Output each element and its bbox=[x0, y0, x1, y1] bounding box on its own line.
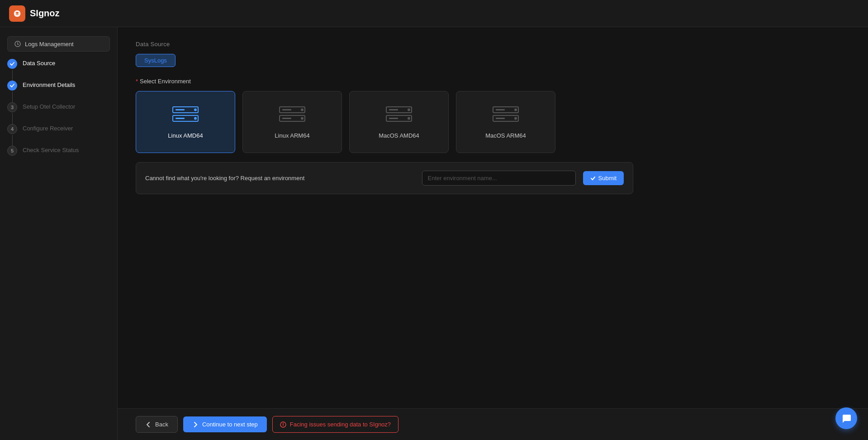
step-connector-1 bbox=[7, 59, 17, 81]
env-card-linux-arm64[interactable]: Linux ARM64 bbox=[242, 91, 342, 153]
step-label-1: Data Source bbox=[23, 59, 55, 67]
svg-point-13 bbox=[301, 117, 304, 120]
linux-amd64-icon bbox=[172, 105, 199, 125]
svg-point-25 bbox=[514, 117, 517, 120]
svg-point-16 bbox=[408, 109, 410, 111]
step-label-2: Environment Details bbox=[23, 81, 75, 88]
step-label-5: Check Service Status bbox=[23, 146, 79, 153]
step-line-2 bbox=[12, 91, 13, 102]
step-label-3: Setup Otel Collector bbox=[23, 102, 75, 110]
svg-point-19 bbox=[408, 117, 410, 120]
back-label: Back bbox=[155, 421, 168, 428]
content-area: Data Source SysLogs * Select Environment bbox=[118, 27, 868, 408]
continue-label: Continue to next step bbox=[202, 421, 258, 428]
env-card-linux-amd64[interactable]: Linux AMD64 bbox=[136, 91, 235, 153]
bottom-bar: Back Continue to next step Facing issues… bbox=[118, 408, 868, 440]
env-card-macos-arm64-label: MacOS ARM64 bbox=[485, 132, 526, 139]
svg-rect-9 bbox=[282, 109, 291, 110]
svg-rect-6 bbox=[175, 118, 185, 119]
step-connector-5: 5 bbox=[7, 146, 17, 156]
svg-rect-15 bbox=[389, 109, 398, 110]
logs-management-button[interactable]: Logs Management bbox=[7, 36, 110, 52]
svg-point-7 bbox=[194, 117, 197, 120]
svg-point-10 bbox=[301, 109, 304, 111]
tab-bar: SysLogs bbox=[136, 54, 850, 67]
svg-point-28 bbox=[283, 426, 284, 426]
svg-rect-3 bbox=[175, 109, 185, 110]
step-item-data-source[interactable]: Data Source bbox=[7, 59, 110, 81]
step-circle-3: 3 bbox=[7, 102, 17, 112]
select-env-label-text: Select Environment bbox=[140, 78, 191, 85]
step-item-check-service[interactable]: 5 Check Service Status bbox=[7, 146, 110, 156]
select-env-section: * Select Environment bbox=[136, 78, 850, 85]
header: SIgnoz bbox=[0, 0, 868, 27]
section-title: Data Source bbox=[136, 41, 850, 48]
env-card-macos-arm64[interactable]: MacOS ARM64 bbox=[456, 91, 555, 153]
request-env-box: Cannot find what you're looking for? Req… bbox=[136, 162, 633, 194]
logo-icon bbox=[9, 5, 25, 22]
step-circle-1 bbox=[7, 59, 17, 69]
submit-button[interactable]: Submit bbox=[583, 171, 624, 185]
submit-label: Submit bbox=[598, 175, 617, 182]
step-item-environment-details[interactable]: Environment Details bbox=[7, 81, 110, 102]
env-card-macos-amd64[interactable]: MacOS AMD64 bbox=[349, 91, 449, 153]
step-item-setup-otel[interactable]: 3 Setup Otel Collector bbox=[7, 102, 110, 124]
tab-syslogs-label: SysLogs bbox=[144, 57, 167, 64]
step-connector-3: 3 bbox=[7, 102, 17, 124]
env-card-linux-amd64-label: Linux AMD64 bbox=[168, 132, 203, 139]
required-star: * bbox=[136, 78, 138, 85]
env-card-linux-arm64-label: Linux ARM64 bbox=[275, 132, 309, 139]
step-line-1 bbox=[12, 70, 13, 81]
svg-point-4 bbox=[194, 109, 197, 111]
back-button[interactable]: Back bbox=[136, 416, 178, 433]
svg-rect-24 bbox=[496, 118, 505, 119]
chat-bubble-button[interactable] bbox=[835, 407, 857, 429]
request-env-text: Cannot find what you're looking for? Req… bbox=[145, 175, 415, 182]
issues-label: Facing issues sending data to SIgnoz? bbox=[290, 421, 391, 428]
macos-arm64-icon bbox=[492, 105, 519, 125]
issues-button[interactable]: Facing issues sending data to SIgnoz? bbox=[272, 416, 398, 433]
step-connector-4: 4 bbox=[7, 124, 17, 146]
macos-amd64-icon bbox=[385, 105, 413, 125]
main-layout: Logs Management Data Source bbox=[0, 27, 868, 440]
app-logo-text: SIgnoz bbox=[30, 8, 60, 19]
svg-rect-18 bbox=[389, 118, 398, 119]
svg-point-22 bbox=[514, 109, 517, 111]
env-card-macos-amd64-label: MacOS AMD64 bbox=[379, 132, 419, 139]
continue-button[interactable]: Continue to next step bbox=[183, 416, 267, 432]
step-line-4 bbox=[12, 135, 13, 146]
environment-cards: Linux AMD64 Linux ARM64 bbox=[136, 91, 850, 153]
steps-list: Data Source Environment Details 3 Set bbox=[7, 59, 110, 156]
sidebar: Logs Management Data Source bbox=[0, 27, 118, 440]
step-label-4: Configure Receiver bbox=[23, 124, 73, 132]
step-item-configure-receiver[interactable]: 4 Configure Receiver bbox=[7, 124, 110, 146]
svg-rect-12 bbox=[282, 118, 291, 119]
env-name-input[interactable] bbox=[422, 171, 576, 186]
sidebar-button-label: Logs Management bbox=[25, 41, 74, 48]
linux-arm64-icon bbox=[279, 105, 306, 125]
step-circle-4: 4 bbox=[7, 124, 17, 134]
step-connector-2 bbox=[7, 81, 17, 102]
tab-syslogs[interactable]: SysLogs bbox=[136, 54, 175, 67]
step-circle-5: 5 bbox=[7, 146, 17, 156]
svg-rect-21 bbox=[496, 109, 505, 110]
step-circle-2 bbox=[7, 81, 17, 91]
step-line-3 bbox=[12, 113, 13, 124]
